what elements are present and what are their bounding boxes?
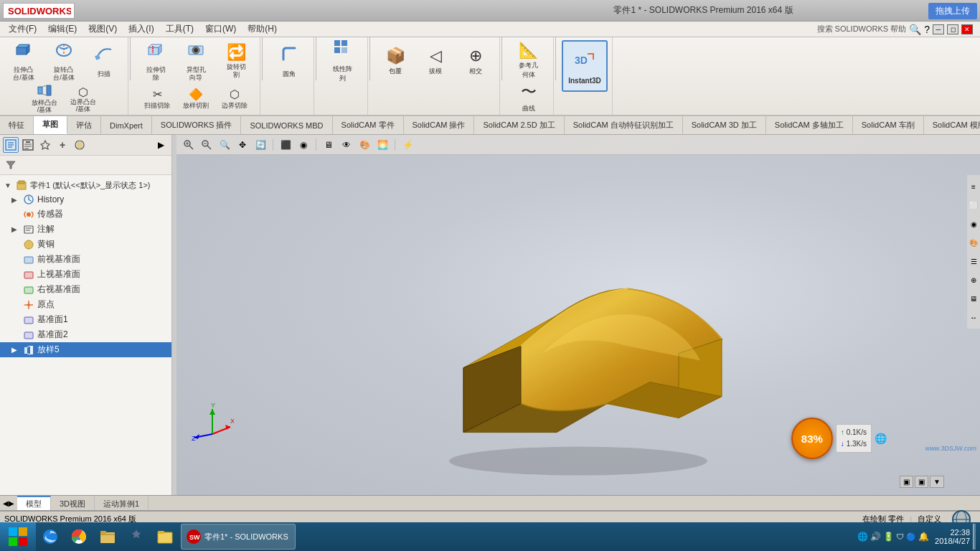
ribbon-btn-instant3d[interactable]: 3D Instant3D [562, 40, 608, 92]
ribbon-close-button[interactable]: ✕ [961, 24, 973, 34]
taskbar-settings-icon[interactable] [123, 524, 149, 550]
tab-sw-mbd[interactable]: SOLIDWORKS MBD [241, 116, 332, 134]
vp-rotate[interactable]: 🔄 [253, 138, 268, 152]
rs-btn-8[interactable]: ↔ [968, 309, 979, 326]
display-btn-1[interactable]: ▣ [900, 476, 913, 488]
upload-button[interactable]: 拖拽上传 [928, 3, 977, 19]
menu-window[interactable]: 窗口(W) [199, 22, 242, 37]
menu-edit[interactable]: 编辑(E) [42, 22, 83, 37]
ribbon-btn-fillet[interactable]: 圆角 [270, 40, 308, 82]
taskbar-chrome-icon[interactable] [66, 524, 92, 550]
vp-zoom-dynamic[interactable]: 🔍 [217, 138, 232, 152]
panel-expand-button[interactable]: ▶ [153, 137, 169, 153]
tree-top-plane[interactable]: ▶ 上视基准面 [0, 267, 171, 282]
search-icon[interactable]: 🔍 [909, 24, 921, 35]
menu-file[interactable]: 文件(F) [3, 22, 42, 37]
rs-btn-5[interactable]: ☰ [968, 253, 979, 270]
taskbar-explorer-icon[interactable] [95, 524, 121, 550]
menu-tools[interactable]: 工具(T) [160, 22, 199, 37]
history-expand-arrow[interactable]: ▶ [11, 196, 20, 204]
tray-bluetooth-icon[interactable]: 🔵 [906, 532, 916, 542]
tree-root-part[interactable]: ▼ 零件1 (默认<<默认>_显示状态 1>) [0, 178, 171, 192]
rs-btn-3[interactable]: ◉ [968, 215, 979, 232]
ribbon-btn-hole[interactable]: 异型孔向导 [176, 40, 215, 82]
tab-solidcam-multi[interactable]: SolidCAM 多轴加工 [766, 116, 853, 134]
menu-help[interactable]: 帮助(H) [242, 22, 283, 37]
display-btn-dropdown[interactable]: ▼ [930, 476, 944, 488]
tree-plane1[interactable]: ▶ 基准面1 [0, 312, 171, 327]
taskbar-sw-button[interactable]: SW 零件1* - SOLIDWORKS [181, 524, 296, 550]
tab-solidcam-turn[interactable]: SolidCAM 车削 [853, 116, 924, 134]
tab-solidcam-3d[interactable]: SolidCAM 3D 加工 [683, 116, 766, 134]
rs-btn-1[interactable]: ≡ [968, 178, 979, 195]
tab-solidcam-2d[interactable]: SolidCAM 2.5D 加工 [474, 116, 564, 134]
menu-insert[interactable]: 插入(I) [123, 22, 159, 37]
ribbon-btn-wrap[interactable]: 📦 包覆 [376, 40, 415, 82]
property-manager-tab[interactable] [20, 137, 36, 153]
annotations-expand-arrow[interactable]: ▶ [11, 225, 20, 233]
ribbon-btn-boundary-cut[interactable]: ⬡ 边界切除 [216, 83, 253, 115]
ribbon-btn-boundary-boss[interactable]: ⬡ 边界凸台/基体 [65, 83, 102, 115]
bottom-tab-motion[interactable]: 运动算例1 [95, 496, 149, 510]
vp-scene[interactable]: 🌅 [374, 138, 390, 152]
ribbon-btn-pattern[interactable]: 线性阵列 [324, 40, 362, 82]
tab-evaluate[interactable]: 评估 [67, 116, 101, 134]
bottom-tab-prev[interactable]: ◀ [3, 499, 9, 507]
ribbon-btn-revolve-boss[interactable]: 旋转凸台/基体 [44, 40, 83, 82]
help-question[interactable]: ? [924, 24, 930, 35]
tab-solidcam-tpl[interactable]: SolidCAM 模版 [924, 116, 980, 134]
vp-section[interactable]: ⬛ [278, 138, 293, 152]
tree-origin[interactable]: ▶ 原点 [0, 297, 171, 312]
ribbon-btn-extrude-boss[interactable]: 拉伸凸台/基体 [4, 40, 43, 82]
feature-manager-tab[interactable] [3, 137, 19, 153]
tray-network-icon[interactable]: 🌐 [857, 532, 868, 542]
tab-feature[interactable]: 特征 [0, 116, 34, 134]
tree-material[interactable]: ▶ 黄铜 [0, 237, 171, 252]
ribbon-btn-loft-boss[interactable]: 放样凸台/基体 [26, 83, 63, 115]
tab-dimxpert[interactable]: DimXpert [101, 116, 152, 134]
show-desktop-button[interactable] [973, 524, 976, 550]
loft5-expand-arrow[interactable]: ▶ [11, 346, 20, 354]
tree-loft5[interactable]: ▶ 放样5 [0, 342, 171, 357]
vp-view[interactable]: ◉ [296, 138, 311, 152]
taskbar-folder-icon[interactable] [152, 524, 178, 550]
tab-sw-plugins[interactable]: SOLIDWORKS 插件 [152, 116, 242, 134]
tree-right-plane[interactable]: ▶ 右视基准面 [0, 282, 171, 297]
vp-zoom-to-fit[interactable] [181, 138, 197, 152]
rs-btn-6[interactable]: ⊕ [968, 271, 979, 288]
tree-history[interactable]: ▶ History [0, 192, 171, 207]
menu-view[interactable]: 视图(V) [83, 22, 123, 37]
appearance-manager-tab[interactable] [72, 137, 88, 153]
tree-sensors[interactable]: ▶ 传感器 [0, 207, 171, 222]
display-btn-2[interactable]: ▣ [915, 476, 928, 488]
tab-sketch[interactable]: 草图 [34, 116, 67, 134]
ribbon-btn-extrude-cut[interactable]: 拉伸切除 [136, 40, 175, 82]
tree-annotations[interactable]: ▶ 注解 [0, 222, 171, 237]
ribbon-btn-ref-geo[interactable]: 📐 参考几何体 [509, 40, 548, 80]
tray-notification-icon[interactable]: 🔔 [918, 532, 929, 542]
tab-solidcam-auto[interactable]: SolidCAM 自动特征识别加工 [565, 116, 683, 134]
vp-display-style[interactable]: 🖥 [321, 138, 336, 152]
start-button[interactable] [0, 522, 36, 551]
bottom-tab-next[interactable]: ▶ [9, 499, 14, 507]
vp-pan[interactable]: ✥ [235, 138, 250, 152]
tray-battery-icon[interactable]: 🔋 [883, 532, 894, 542]
vp-realview[interactable]: ⚡ [400, 138, 415, 152]
vp-zoom-window[interactable] [199, 138, 215, 152]
vp-hide-show[interactable]: 👁 [339, 138, 354, 152]
rs-btn-4[interactable]: 🎨 [968, 234, 979, 251]
tray-volume-icon[interactable]: 🔊 [870, 532, 881, 542]
ribbon-btn-revolve-cut[interactable]: 🔁 旋转切割 [217, 40, 255, 82]
filter-button[interactable] [3, 157, 19, 173]
ribbon-btn-intersect[interactable]: ⊕ 相交 [456, 40, 495, 82]
tab-solidcam-op[interactable]: SolidCAM 操作 [404, 116, 475, 134]
tab-solidcam-part[interactable]: SolidCAM 零件 [333, 116, 404, 134]
rs-btn-2[interactable]: ⬜ [968, 197, 979, 214]
bottom-tab-model[interactable]: 模型 [17, 496, 51, 510]
ribbon-btn-draft[interactable]: ◁ 拔模 [416, 40, 455, 82]
tree-plane2[interactable]: ▶ 基准面2 [0, 327, 171, 342]
tray-antivirus-icon[interactable]: 🛡 [896, 532, 904, 541]
config-manager-tab[interactable] [37, 137, 53, 153]
ribbon-btn-curve[interactable]: 〜 曲线 [509, 80, 548, 114]
ribbon-minimize-button[interactable]: ─ [933, 24, 944, 34]
